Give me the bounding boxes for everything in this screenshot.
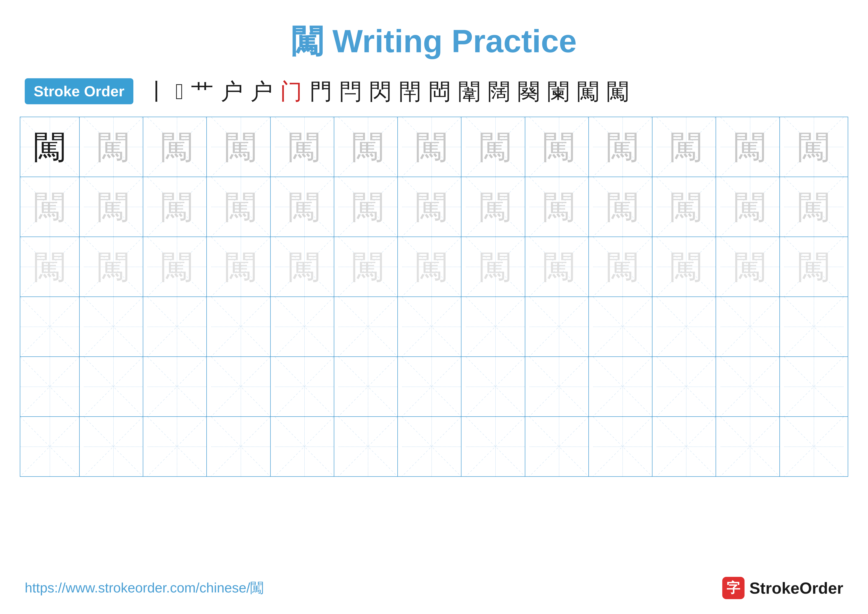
cell-3-10: 闖 xyxy=(593,237,653,297)
cell-5-4 xyxy=(211,357,271,417)
cell-3-13: 闖 xyxy=(784,237,843,297)
cell-1-9: 闖 xyxy=(530,117,589,177)
cell-5-1 xyxy=(20,357,80,417)
cell-3-8: 闖 xyxy=(466,237,525,297)
cell-2-6: 闖 xyxy=(338,177,398,236)
cell-2-10: 闖 xyxy=(593,177,653,236)
cell-5-12 xyxy=(721,357,780,417)
stroke-5: 户 xyxy=(250,80,273,103)
stroke-17: 闖 xyxy=(607,80,629,103)
cell-6-4 xyxy=(211,417,271,476)
cell-4-7 xyxy=(402,297,462,356)
grid-row-2: 闖 闖 闖 闖 闖 闖 闖 闖 xyxy=(20,177,848,237)
cell-1-3: 闖 xyxy=(147,117,207,177)
stroke-7: 門 xyxy=(310,80,332,103)
stroke-13: 闊 xyxy=(488,80,510,103)
cell-3-5: 闖 xyxy=(275,237,334,297)
cell-4-3 xyxy=(147,297,207,356)
stroke-sequence: 丨 𠃌 ⺾ 户 户 门 門 閂 閃 閈 閊 闈 闊 闋 闌 闖 闖 xyxy=(146,80,629,103)
cell-1-4: 闖 xyxy=(211,117,271,177)
cell-5-6 xyxy=(338,357,398,417)
cell-6-5 xyxy=(275,417,334,476)
cell-2-3: 闖 xyxy=(147,177,207,236)
cell-4-12 xyxy=(721,297,780,356)
cell-5-11 xyxy=(657,357,716,417)
cell-4-9 xyxy=(530,297,589,356)
cell-2-11: 闖 xyxy=(657,177,716,236)
stroke-15: 闌 xyxy=(547,80,570,103)
cell-3-4: 闖 xyxy=(211,237,271,297)
cell-1-12: 闖 xyxy=(721,117,780,177)
cell-4-10 xyxy=(593,297,653,356)
grid-row-4 xyxy=(20,297,848,357)
practice-grid: 闖 闖 闖 闖 闖 闖 闖 闖 xyxy=(20,117,848,477)
cell-5-3 xyxy=(147,357,207,417)
cell-5-7 xyxy=(402,357,462,417)
cell-1-2: 闖 xyxy=(84,117,143,177)
stroke-11: 閊 xyxy=(429,80,451,103)
cell-6-12 xyxy=(721,417,780,476)
cell-6-3 xyxy=(147,417,207,476)
cell-2-12: 闖 xyxy=(721,177,780,236)
stroke-10: 閈 xyxy=(399,80,421,103)
footer-url[interactable]: https://www.strokeorder.com/chinese/闖 xyxy=(25,579,264,597)
stroke-12: 闈 xyxy=(458,80,480,103)
cell-4-13 xyxy=(784,297,843,356)
stroke-1: 丨 xyxy=(146,80,168,103)
cell-1-8: 闖 xyxy=(466,117,525,177)
stroke-4: 户 xyxy=(221,80,243,103)
cell-3-3: 闖 xyxy=(147,237,207,297)
stroke-8: 閂 xyxy=(339,80,362,103)
cell-2-9: 闖 xyxy=(530,177,589,236)
cell-4-11 xyxy=(657,297,716,356)
stroke-2: 𠃌 xyxy=(175,80,184,103)
cell-4-1 xyxy=(20,297,80,356)
cell-5-8 xyxy=(466,357,525,417)
stroke-3: ⺾ xyxy=(191,80,213,103)
cell-6-13 xyxy=(784,417,843,476)
stroke-order-section: Stroke Order 丨 𠃌 ⺾ 户 户 门 門 閂 閃 閈 閊 闈 闊 闋… xyxy=(0,73,868,109)
cell-2-8: 闖 xyxy=(466,177,525,236)
cell-1-1: 闖 xyxy=(20,117,80,177)
cell-6-2 xyxy=(84,417,143,476)
cell-2-5: 闖 xyxy=(275,177,334,236)
main-char: 闖 xyxy=(34,131,66,163)
cell-6-10 xyxy=(593,417,653,476)
cell-5-13 xyxy=(784,357,843,417)
cell-6-8 xyxy=(466,417,525,476)
cell-4-2 xyxy=(84,297,143,356)
cell-1-6: 闖 xyxy=(338,117,398,177)
cell-2-2: 闖 xyxy=(84,177,143,236)
footer-logo-icon: 字 xyxy=(722,577,744,599)
cell-4-8 xyxy=(466,297,525,356)
grid-row-3: 闖 闖 闖 闖 闖 闖 闖 闖 xyxy=(20,237,848,297)
footer-logo: 字 StrokeOrder xyxy=(722,577,843,599)
stroke-16: 闖 xyxy=(577,80,599,103)
stroke-14: 闋 xyxy=(518,80,540,103)
title-character: 闖 xyxy=(291,23,323,59)
cell-3-11: 闖 xyxy=(657,237,716,297)
footer: https://www.strokeorder.com/chinese/闖 字 … xyxy=(25,577,843,599)
cell-1-5: 闖 xyxy=(275,117,334,177)
cell-1-13: 闖 xyxy=(784,117,843,177)
cell-6-1 xyxy=(20,417,80,476)
cell-4-5 xyxy=(275,297,334,356)
cell-4-4 xyxy=(211,297,271,356)
cell-3-12: 闖 xyxy=(721,237,780,297)
cell-2-7: 闖 xyxy=(402,177,462,236)
cell-6-6 xyxy=(338,417,398,476)
grid-row-5 xyxy=(20,357,848,417)
cell-5-9 xyxy=(530,357,589,417)
cell-3-2: 闖 xyxy=(84,237,143,297)
cell-6-11 xyxy=(657,417,716,476)
cell-5-2 xyxy=(84,357,143,417)
cell-1-7: 闖 xyxy=(402,117,462,177)
cell-4-6 xyxy=(338,297,398,356)
stroke-6: 门 xyxy=(280,80,302,103)
cell-1-11: 闖 xyxy=(657,117,716,177)
grid-row-6 xyxy=(20,417,848,476)
grid-row-1: 闖 闖 闖 闖 闖 闖 闖 闖 xyxy=(20,117,848,177)
stroke-order-badge: Stroke Order xyxy=(25,78,133,104)
footer-logo-text: StrokeOrder xyxy=(749,579,843,597)
title-text: Writing Practice xyxy=(332,23,577,59)
